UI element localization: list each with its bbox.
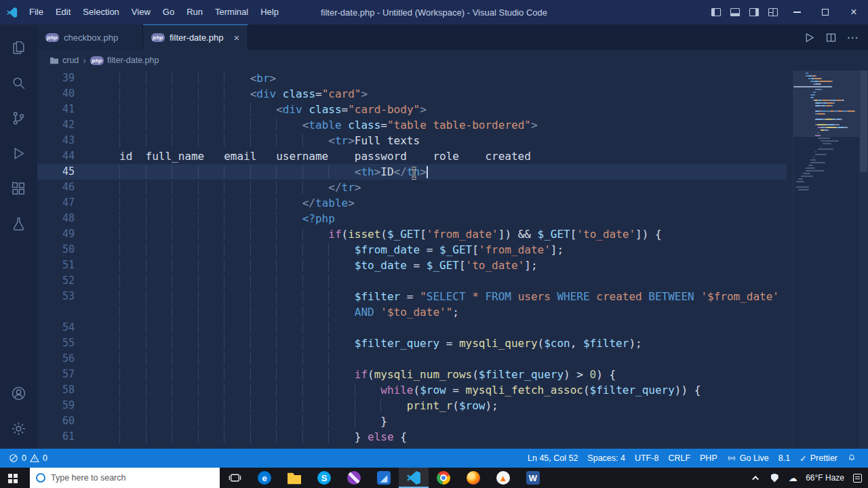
system-tray: ☁ 66°F Haze — [751, 471, 868, 485]
code-line[interactable]: 47 </table> — [37, 195, 787, 211]
code-line[interactable]: 59 print_r($row); — [37, 398, 787, 413]
code-line[interactable]: 39 <br> — [37, 70, 787, 86]
breadcrumb-folder-label: crud — [62, 56, 79, 65]
line-content: if(isset($_GET['from_date']) && $_GET['t… — [75, 226, 787, 242]
code-line[interactable]: 49 if(isset($_GET['from_date']) && $_GET… — [37, 226, 787, 242]
explorer-icon[interactable] — [7, 30, 31, 65]
taskbar-app-skype[interactable]: S — [309, 468, 339, 488]
task-view-button[interactable] — [220, 468, 250, 488]
line-content: } — [75, 413, 787, 429]
taskbar-app-design-app[interactable] — [339, 468, 369, 488]
code-line[interactable]: 54 — [37, 320, 787, 336]
close-button[interactable]: × — [840, 0, 868, 24]
minimap[interactable] — [793, 70, 859, 449]
code-line[interactable]: 46 </tr> — [37, 180, 787, 195]
split-editor-icon[interactable] — [822, 28, 840, 46]
taskbar-app-vscode[interactable] — [399, 468, 429, 488]
line-number: 46 — [37, 180, 75, 195]
menu-terminal[interactable]: Terminal — [209, 0, 254, 24]
code-line[interactable]: 58 while($row = mysqli_fetch_assoc($filt… — [37, 382, 787, 398]
chevron-up-icon[interactable] — [751, 471, 762, 485]
scrollbar-slider[interactable] — [860, 70, 867, 172]
search-icon[interactable] — [7, 65, 31, 100]
prettier-indicator[interactable]: ✓ Prettier — [795, 449, 842, 468]
breadcrumb-file[interactable]: php filter-date.php — [90, 56, 159, 65]
tab-checkbox.php[interactable]: phpcheckbox.php× — [37, 24, 143, 50]
code-line[interactable]: 50 $from_date = $_GET['from_date']; — [37, 242, 787, 258]
warning-icon — [30, 453, 39, 463]
line-number: 58 — [37, 382, 75, 398]
code-line[interactable]: 40 <div class="card"> — [37, 86, 787, 102]
vlc-icon: ▲ — [496, 471, 510, 485]
language-mode[interactable]: PHP — [695, 449, 722, 468]
menu-help[interactable]: Help — [254, 0, 285, 24]
taskbar-app-file-explorer[interactable] — [279, 468, 309, 488]
menu-file[interactable]: File — [23, 0, 50, 24]
settings-gear-icon[interactable] — [7, 411, 31, 446]
line-content: <tr>Full texts — [75, 133, 787, 148]
code-line[interactable]: 43 <tr>Full texts — [37, 133, 787, 148]
menu-run[interactable]: Run — [180, 0, 209, 24]
run-debug-icon[interactable] — [7, 136, 31, 171]
toggle-panel-icon[interactable] — [726, 0, 745, 24]
indentation-indicator[interactable]: Spaces: 4 — [583, 449, 630, 468]
source-control-icon[interactable] — [7, 100, 31, 136]
code-line[interactable]: 60 } — [37, 413, 787, 429]
code-line[interactable]: 57 if(mysqli_num_rows($filter_query) > 0… — [37, 367, 787, 382]
extensions-icon[interactable] — [7, 171, 31, 206]
encoding-indicator[interactable]: UTF-8 — [630, 449, 663, 468]
code-line[interactable]: 52 — [37, 273, 787, 289]
code-line[interactable]: 53 $filter = "SELECT * FROM users WHERE … — [37, 289, 787, 304]
go-live-button[interactable]: Go Live — [722, 449, 774, 468]
cloud-icon[interactable]: ☁ — [787, 471, 798, 485]
code-line[interactable]: 55 $filter_query = mysqli_query($con, $f… — [37, 336, 787, 351]
taskbar-search[interactable] — [30, 468, 220, 488]
menu-selection[interactable]: Selection — [77, 0, 125, 24]
code-line[interactable]: 44id full_name email username password r… — [37, 148, 787, 164]
account-icon[interactable] — [7, 375, 31, 411]
more-actions-icon[interactable]: ⋯ — [844, 28, 861, 46]
taskbar-app-vlc[interactable]: ▲ — [488, 468, 518, 488]
tab-label: filter-date.php — [170, 33, 224, 43]
minimize-button[interactable] — [783, 0, 811, 24]
line-number: 54 — [37, 320, 75, 336]
taskbar-app-firefox[interactable] — [458, 468, 488, 488]
taskbar-app-edge[interactable]: e — [250, 468, 279, 488]
cursor-position[interactable]: Ln 45, Col 52 — [523, 449, 583, 468]
eol-indicator[interactable]: CRLF — [663, 449, 695, 468]
weather-widget[interactable]: 66°F Haze — [806, 473, 844, 483]
customize-layout-icon[interactable] — [764, 0, 783, 24]
menu-go[interactable]: Go — [157, 0, 180, 24]
toggle-secondary-sidebar-icon[interactable] — [745, 0, 764, 24]
code-line[interactable]: 48 <?php — [37, 211, 787, 226]
search-input[interactable] — [51, 473, 200, 483]
notifications-bell-icon[interactable] — [842, 449, 861, 468]
breadcrumb-folder[interactable]: crud — [50, 56, 79, 65]
skype-icon: S — [317, 471, 331, 485]
problems-indicator[interactable]: 0 0 — [4, 449, 52, 468]
line-number: 39 — [37, 70, 75, 86]
action-center-icon[interactable] — [852, 471, 863, 485]
run-button[interactable] — [800, 28, 818, 46]
taskbar-app-photos[interactable]: ◢ — [369, 468, 399, 488]
scrollbar[interactable] — [859, 70, 868, 449]
toggle-sidebar-icon[interactable] — [707, 0, 726, 24]
tab-filter-date.php[interactable]: phpfilter-date.php× — [143, 24, 248, 50]
code-line[interactable]: 42 <table class="table table-bordered"> — [37, 117, 787, 133]
code-line[interactable]: 41 <div class="card-body"> — [37, 102, 787, 117]
testing-beaker-icon[interactable] — [7, 206, 31, 241]
close-tab-icon[interactable]: × — [234, 32, 240, 43]
code-line[interactable]: 61 } else { — [37, 429, 787, 445]
taskbar-app-chrome[interactable] — [429, 468, 458, 488]
maximize-button[interactable] — [811, 0, 840, 24]
taskbar-app-word[interactable]: W — [518, 468, 548, 488]
menu-view[interactable]: View — [125, 0, 157, 24]
code-line[interactable]: 51 $to_date = $_GET['to_date']; — [37, 258, 787, 273]
start-button[interactable] — [0, 468, 30, 488]
shield-icon[interactable] — [769, 471, 780, 485]
code-line[interactable]: 56 — [37, 351, 787, 367]
code-editor[interactable]: 39 <br>40 <div class="card">41 <div clas… — [37, 70, 868, 449]
code-line[interactable]: AND '$to_date'"; — [37, 304, 787, 320]
menu-edit[interactable]: Edit — [50, 0, 77, 24]
php-version-indicator[interactable]: 8.1 — [774, 449, 795, 468]
